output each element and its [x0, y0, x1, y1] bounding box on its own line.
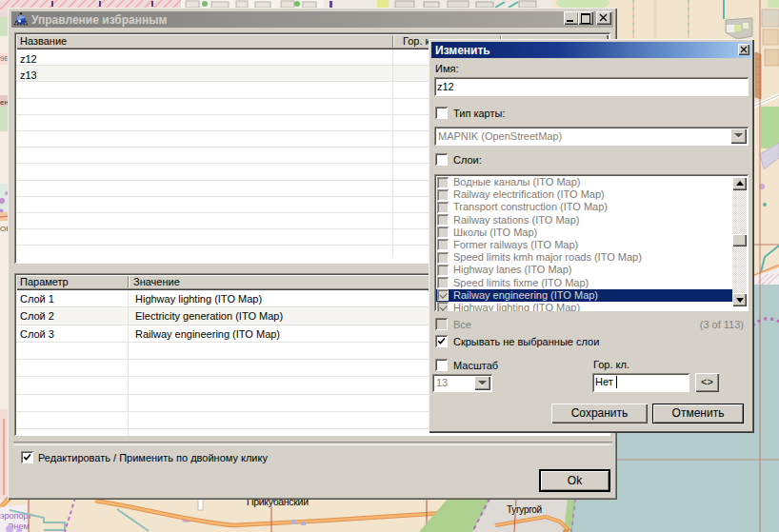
svg-text:Тугургой: Тугургой [507, 504, 542, 515]
